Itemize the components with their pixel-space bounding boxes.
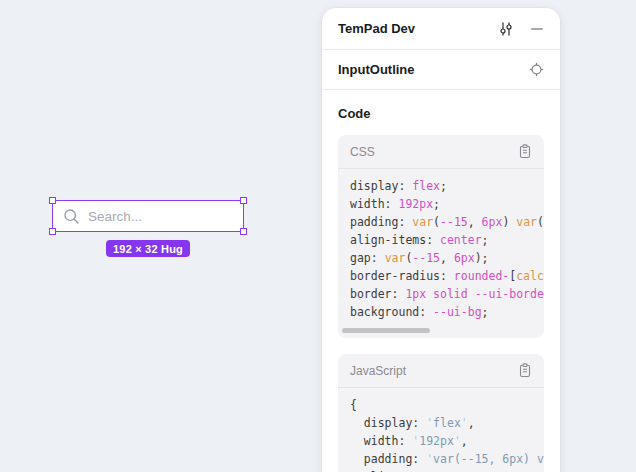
javascript-code-block: JavaScript { display: 'flex', width: '19… bbox=[338, 354, 544, 472]
search-placeholder: Search... bbox=[88, 209, 142, 224]
preferences-sliders-icon[interactable] bbox=[498, 21, 514, 37]
selected-node-row: InputOutline bbox=[322, 50, 560, 90]
code-section: Code CSS display: flex;width: 192px;padd… bbox=[322, 90, 560, 472]
code-section-title: Code bbox=[338, 106, 544, 121]
javascript-code[interactable]: { display: 'flex', width: '192px', paddi… bbox=[338, 388, 544, 472]
css-code[interactable]: display: flex;width: 192px;padding: var(… bbox=[338, 169, 544, 327]
horizontal-scrollbar[interactable] bbox=[342, 328, 540, 333]
node-name: InputOutline bbox=[338, 62, 529, 77]
css-code-header: CSS bbox=[338, 135, 544, 169]
minimize-icon[interactable] bbox=[530, 22, 544, 36]
size-badge: 192 × 32 Hug bbox=[106, 240, 190, 257]
css-code-block: CSS display: flex;width: 192px;padding: … bbox=[338, 135, 544, 338]
javascript-label: JavaScript bbox=[350, 364, 406, 378]
scrollbar-thumb[interactable] bbox=[342, 328, 430, 333]
search-input[interactable]: Search... bbox=[52, 200, 244, 232]
search-icon bbox=[63, 208, 80, 225]
locate-target-icon[interactable] bbox=[529, 62, 544, 77]
css-label: CSS bbox=[350, 145, 375, 159]
javascript-code-header: JavaScript bbox=[338, 354, 544, 388]
copy-clipboard-icon[interactable] bbox=[518, 144, 532, 159]
figma-canvas: Search... 192 × 32 Hug TemPad Dev bbox=[0, 0, 636, 472]
panel-title: TemPad Dev bbox=[338, 21, 498, 36]
panel-header: TemPad Dev bbox=[322, 8, 560, 50]
tempad-dev-panel: TemPad Dev InputOutline bbox=[322, 8, 560, 472]
copy-clipboard-icon[interactable] bbox=[518, 363, 532, 378]
